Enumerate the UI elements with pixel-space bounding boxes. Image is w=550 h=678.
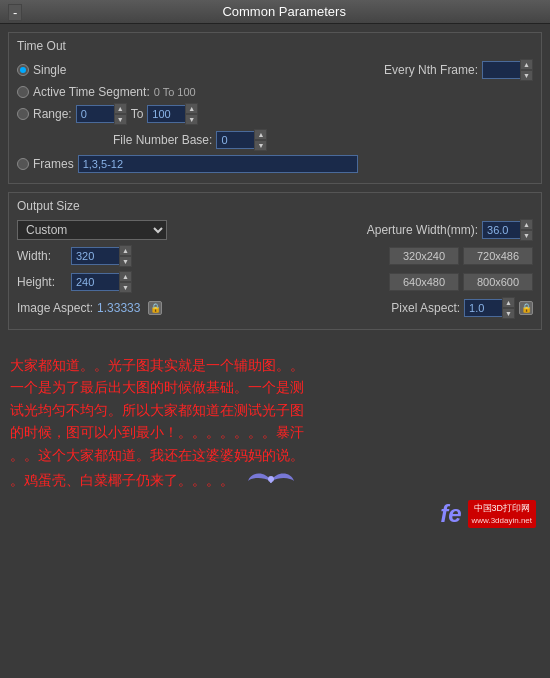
width-down[interactable]: ▼ [119, 256, 132, 267]
text-line3: 试光均匀不均匀。所以大家都知道在测试光子图 [10, 402, 304, 418]
height-up[interactable]: ▲ [119, 271, 132, 282]
image-aspect-label: Image Aspect: [17, 301, 93, 315]
every-nth-input-group: ▲ ▼ [482, 59, 533, 81]
aperture-spinner[interactable]: ▲ ▼ [520, 219, 533, 241]
range-from-down[interactable]: ▼ [114, 114, 127, 125]
pixel-aspect-lock-icon[interactable]: 🔒 [519, 301, 533, 315]
output-size-title: Output Size [17, 199, 533, 213]
frames-input[interactable] [78, 155, 358, 173]
title-bar: - Common Parameters [0, 0, 550, 24]
width-group: ▲ ▼ [71, 245, 132, 267]
range-from-up[interactable]: ▲ [114, 103, 127, 114]
aperture-group: ▲ ▼ [482, 219, 533, 241]
frames-row: Frames [17, 155, 533, 173]
active-time-radio[interactable] [17, 86, 29, 98]
pixel-aspect-spinner[interactable]: ▲ ▼ [502, 297, 515, 319]
range-to-input[interactable] [147, 105, 187, 123]
frames-radio[interactable] [17, 158, 29, 170]
wings-icon: V [246, 466, 296, 496]
active-time-row: Active Time Segment: 0 To 100 [17, 85, 533, 99]
file-number-spinner[interactable]: ▲ ▼ [254, 129, 267, 151]
aperture-down[interactable]: ▼ [520, 230, 533, 241]
height-row: Height: ▲ ▼ 640x480 800x600 [17, 271, 533, 293]
text-line5: 。。这个大家都知道。我还在这婆婆妈妈的说。 [10, 447, 304, 463]
height-group: ▲ ▼ [71, 271, 132, 293]
file-number-label: File Number Base: [113, 133, 212, 147]
range-label: Range: [33, 107, 72, 121]
preset-800x600[interactable]: 800x600 [463, 273, 533, 291]
aperture-input[interactable] [482, 221, 522, 239]
image-aspect-value: 1.33333 [97, 301, 140, 315]
range-to-up[interactable]: ▲ [185, 103, 198, 114]
single-label: Single [33, 63, 66, 77]
range-to-down[interactable]: ▼ [185, 114, 198, 125]
height-label: Height: [17, 275, 67, 289]
threed-print-badge: 中国3D打印网 www.3ddayin.net [468, 500, 536, 528]
text-line4: 的时候，图可以小到最小！。。。。。。。暴汗 [10, 424, 304, 440]
range-radio[interactable] [17, 108, 29, 120]
aperture-label: Aperture Width(mm): [367, 223, 478, 237]
range-from-spinner[interactable]: ▲ ▼ [114, 103, 127, 125]
svg-text:V: V [268, 476, 274, 485]
pixel-aspect-group: ▲ ▼ [464, 297, 515, 319]
every-nth-spinner[interactable]: ▲ ▼ [520, 59, 533, 81]
bottom-text-area: 大家都知道。。光子图其实就是一个辅助图。。 一个是为了最后出大图的时候做基础。一… [0, 346, 550, 536]
range-from-group: ▲ ▼ [76, 103, 127, 125]
minus-button[interactable]: - [8, 4, 22, 21]
feite-brand-text: fe [440, 500, 461, 528]
text-line2: 一个是为了最后出大图的时候做基础。一个是测 [10, 379, 304, 395]
file-number-up[interactable]: ▲ [254, 129, 267, 140]
text-line6: 。鸡蛋壳、白菜椰子仍来了。。。。 [10, 472, 234, 488]
width-label: Width: [17, 249, 67, 263]
range-to-label: To [131, 107, 144, 121]
pixel-aspect-input[interactable] [464, 299, 504, 317]
width-up[interactable]: ▲ [119, 245, 132, 256]
file-number-row: File Number Base: ▲ ▼ [17, 129, 533, 151]
brand-url: www.3ddayin.net [472, 515, 532, 526]
file-number-input[interactable] [216, 131, 256, 149]
time-out-title: Time Out [17, 39, 533, 53]
pixel-aspect-label: Pixel Aspect: [391, 301, 460, 315]
range-to-group: ▲ ▼ [147, 103, 198, 125]
image-aspect-lock-icon[interactable]: 🔒 [148, 301, 162, 315]
frames-label: Frames [33, 157, 74, 171]
range-from-input[interactable] [76, 105, 116, 123]
pixel-aspect-down[interactable]: ▼ [502, 308, 515, 319]
height-spinner[interactable]: ▲ ▼ [119, 271, 132, 293]
range-row: Range: ▲ ▼ To ▲ ▼ [17, 103, 533, 125]
every-nth-input[interactable] [482, 61, 522, 79]
height-down[interactable]: ▼ [119, 282, 132, 293]
text-line1: 大家都知道。。光子图其实就是一个辅助图。。 [10, 357, 304, 373]
output-size-section: Output Size Custom Aperture Width(mm): ▲… [8, 192, 542, 330]
file-number-down[interactable]: ▼ [254, 140, 267, 151]
every-nth-label: Every Nth Frame: [384, 63, 478, 77]
window-title: Common Parameters [222, 4, 346, 19]
width-row: Width: ▲ ▼ 320x240 720x486 [17, 245, 533, 267]
chinese-text-block: 大家都知道。。光子图其实就是一个辅助图。。 一个是为了最后出大图的时候做基础。一… [10, 354, 540, 496]
range-to-spinner[interactable]: ▲ ▼ [185, 103, 198, 125]
every-nth-up[interactable]: ▲ [520, 59, 533, 70]
single-radio[interactable] [17, 64, 29, 76]
file-number-group: ▲ ▼ [216, 129, 267, 151]
active-time-value: 0 To 100 [154, 86, 196, 98]
height-input[interactable] [71, 273, 121, 291]
width-input[interactable] [71, 247, 121, 265]
time-out-section: Time Out Single Every Nth Frame: ▲ ▼ Act… [8, 32, 542, 184]
preset-320x240[interactable]: 320x240 [389, 247, 459, 265]
preset-720x486[interactable]: 720x486 [463, 247, 533, 265]
pixel-aspect-up[interactable]: ▲ [502, 297, 515, 308]
aspect-row: Image Aspect: 1.33333 🔒 Pixel Aspect: ▲ … [17, 297, 533, 319]
custom-dropdown[interactable]: Custom [17, 220, 167, 240]
active-time-label: Active Time Segment: [33, 85, 150, 99]
width-spinner[interactable]: ▲ ▼ [119, 245, 132, 267]
preset-640x480[interactable]: 640x480 [389, 273, 459, 291]
threed-label: 中国3D打印网 [472, 502, 532, 515]
custom-aperture-row: Custom Aperture Width(mm): ▲ ▼ [17, 219, 533, 241]
every-nth-down[interactable]: ▼ [520, 70, 533, 81]
aperture-up[interactable]: ▲ [520, 219, 533, 230]
single-row: Single Every Nth Frame: ▲ ▼ [17, 59, 533, 81]
